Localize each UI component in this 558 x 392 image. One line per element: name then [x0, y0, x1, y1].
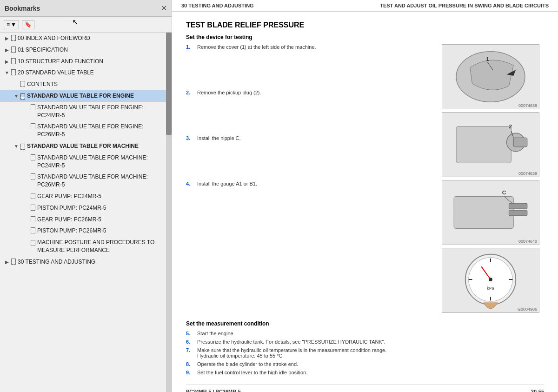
- doc-footer: PC24MR-5 / PC26MR-5 30-55: [186, 385, 544, 392]
- doc-image-3: C 00074640: [442, 180, 539, 245]
- sidebar-item-machine-posture[interactable]: MACHINE POSTURE AND PROCEDURES TO MEASUR…: [0, 237, 172, 256]
- step-text: Remove the pickup plug (2).: [197, 90, 261, 95]
- doc-step-7: 7. Make sure that the hydraulic oil temp…: [186, 347, 544, 359]
- measurement-section-title: Set the measurement condition: [186, 320, 544, 327]
- expand-arrow-icon: [23, 193, 30, 199]
- measurement-steps: 5. Start the engine. 6. Pressurize the h…: [186, 331, 544, 375]
- doc-step-3: 3. Install the nipple C.: [186, 135, 432, 141]
- bookmark-icon: [20, 81, 25, 87]
- sidebar-item-20-standard[interactable]: ▼ 20 STANDARD VALUE TABLE: [0, 67, 172, 79]
- bookmark-icon: [20, 144, 25, 150]
- scrollbar-thumb[interactable]: [166, 33, 172, 135]
- step-text: Install the nipple C.: [197, 135, 241, 141]
- measurement-section: Set the measurement condition 5. Start t…: [186, 320, 544, 375]
- expand-arrow-icon: ▶: [4, 35, 10, 41]
- sidebar-item-svt-machine-pc24[interactable]: STANDARD VALUE TABLE FOR MACHINE: PC24MR…: [0, 152, 172, 172]
- doc-step-1: 1. Remove the cover (1) at the left side…: [186, 44, 432, 50]
- sidebar-item-svt-engine-pc26[interactable]: STANDARD VALUE TABLE FOR ENGINE: PC26MR-…: [0, 121, 172, 140]
- doc-image-1: 1 00074638: [442, 44, 539, 109]
- sidebar-item-piston-pump-pc24[interactable]: PISTON PUMP: PC24MR-5: [0, 202, 172, 214]
- expand-arrow-icon: [13, 81, 20, 87]
- doc-footer-right: 30-55: [531, 389, 544, 392]
- sidebar-item-10-structure[interactable]: ▶ 10 STRUCTURE AND FUNCTION: [0, 56, 172, 67]
- image-caption: 00074639: [518, 171, 537, 176]
- doc-text-column: 1. Remove the cover (1) at the left side…: [186, 44, 432, 313]
- sidebar-item-label: STANDARD VALUE TABLE FOR ENGINE: [27, 92, 134, 100]
- sidebar-item-label: 10 STRUCTURE AND FUNCTION: [18, 58, 103, 66]
- sidebar-item-01-specification[interactable]: ▶ 01 SPECIFICATION: [0, 44, 172, 56]
- sidebar-item-svt-machine[interactable]: ▼ STANDARD VALUE TABLE FOR MACHINE: [0, 140, 172, 152]
- sidebar-item-piston-pump-pc26[interactable]: PISTON PUMP: PC26MR-5: [0, 225, 172, 237]
- expand-arrow-icon: ▼: [13, 93, 20, 99]
- sidebar-item-label: MACHINE POSTURE AND PROCEDURES TO MEASUR…: [37, 239, 169, 254]
- doc-content: TEST BLADE RELIEF PRESSURE Set the devic…: [172, 12, 558, 392]
- bookmark-icon: [20, 93, 25, 100]
- sidebar-item-label: 30 TESTING AND ADJUSTING: [18, 258, 95, 266]
- bookmarks-header: Bookmarks ✕: [0, 0, 172, 17]
- sidebar-item-gear-pump-pc26[interactable]: GEAR PUMP: PC26MR-5: [0, 214, 172, 226]
- sidebar-item-label: STANDARD VALUE TABLE FOR MACHINE: PC26MR…: [37, 173, 169, 189]
- doc-image-2: 2 00074639: [442, 112, 539, 177]
- sidebar-item-00-index[interactable]: ▶ 00 INDEX AND FOREWORD: [0, 33, 172, 44]
- doc-footer-left: PC24MR-5 / PC26MR-5: [186, 389, 241, 392]
- expand-arrow-icon: [23, 124, 30, 130]
- doc-image-4: kPa G0004986: [442, 248, 539, 313]
- expand-arrow-icon: ▶: [4, 47, 10, 53]
- bookmark-icon-button[interactable]: 🔖: [22, 20, 34, 29]
- expand-arrow-icon: [23, 239, 30, 246]
- step-number: 9.: [186, 370, 194, 375]
- expand-arrow-icon: [23, 105, 30, 111]
- sidebar-item-svt-machine-pc26[interactable]: STANDARD VALUE TABLE FOR MACHINE: PC26MR…: [0, 171, 172, 191]
- doc-step-2: 2. Remove the pickup plug (2).: [186, 90, 432, 95]
- expand-arrow-icon: ▼: [13, 143, 20, 149]
- doc-step-8: 8. Operate the blade cylinder to the str…: [186, 361, 544, 367]
- bookmark-icon: [11, 47, 16, 53]
- step-number: 5.: [186, 331, 194, 336]
- sidebar-item-gear-pump-pc24[interactable]: GEAR PUMP: PC24MR-5: [0, 191, 172, 202]
- doc-step-5: 5. Start the engine.: [186, 331, 544, 336]
- expand-arrow-icon: [23, 205, 30, 211]
- doc-step-9: 9. Set the fuel control lever to the hig…: [186, 370, 544, 375]
- sidebar-item-svt-engine[interactable]: ▼ STANDARD VALUE TABLE FOR ENGINE: [0, 90, 172, 102]
- sidebar-item-30-testing[interactable]: ▶ 30 TESTING AND ADJUSTING: [0, 256, 172, 268]
- step-number: 8.: [186, 361, 194, 367]
- sidebar-item-label: GEAR PUMP: PC24MR-5: [37, 193, 101, 200]
- list-view-button[interactable]: ≡ ▼: [4, 20, 19, 29]
- doc-step-6: 6. Pressurize the hydraulic tank. For de…: [186, 339, 544, 345]
- step-number: 7.: [186, 347, 194, 359]
- doc-header-right: TEST AND ADJUST OIL PRESSURE IN SWING AN…: [380, 3, 549, 8]
- sidebar-item-label: CONTENTS: [27, 80, 58, 88]
- svg-point-24: [489, 278, 492, 281]
- expand-arrow-icon: ▶: [4, 259, 10, 265]
- doc-images-column: 1 00074638 2: [442, 44, 544, 313]
- svg-rect-12: [509, 203, 527, 209]
- bookmark-icon: [31, 154, 35, 160]
- step-number: 3.: [186, 135, 194, 141]
- sidebar-item-contents[interactable]: CONTENTS: [0, 79, 172, 90]
- setup-section-title: Set the device for testing: [186, 34, 544, 40]
- image-caption: 00074638: [518, 103, 537, 108]
- step-text: Start the engine.: [197, 331, 235, 336]
- step-number: 6.: [186, 339, 194, 345]
- sidebar-item-label: 00 INDEX AND FOREWORD: [18, 34, 90, 42]
- bookmark-icon: [11, 35, 16, 41]
- scrollbar-track[interactable]: [166, 33, 172, 392]
- doc-main-title: TEST BLADE RELIEF PRESSURE: [186, 21, 544, 29]
- expand-arrow-icon: [23, 155, 30, 161]
- list-icon: ≡: [7, 21, 10, 28]
- sidebar-item-svt-engine-pc24[interactable]: STANDARD VALUE TABLE FOR ENGINE: PC24MR-…: [0, 102, 172, 121]
- doc-body: 1. Remove the cover (1) at the left side…: [186, 44, 544, 313]
- bookmark-icon: [31, 227, 35, 233]
- bookmarks-tree[interactable]: ▶ 00 INDEX AND FOREWORD ▶ 01 SPECIFICATI…: [0, 33, 172, 392]
- expand-arrow-icon: ▶: [4, 59, 10, 65]
- doc-header: 30 TESTING AND ADJUSTING TEST AND ADJUST…: [172, 0, 558, 12]
- bookmark-icon: [31, 173, 35, 179]
- svg-text:C: C: [502, 189, 506, 196]
- step-text: Operate the blade cylinder to the stroke…: [197, 361, 298, 367]
- svg-rect-5: [456, 126, 511, 163]
- bookmarks-panel: Bookmarks ✕ ≡ ▼ 🔖 ↖ ▶ 00 INDEX AND FOREW…: [0, 0, 172, 392]
- bookmark-icon: [31, 240, 35, 246]
- doc-header-left: 30 TESTING AND ADJUSTING: [181, 3, 254, 8]
- sidebar-item-label: 01 SPECIFICATION: [18, 46, 68, 54]
- close-button[interactable]: ✕: [161, 5, 167, 12]
